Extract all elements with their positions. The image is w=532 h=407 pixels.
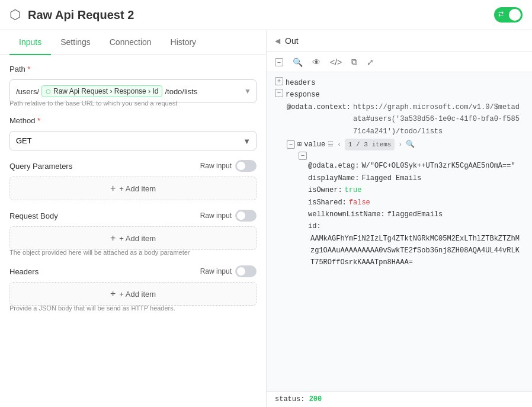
query-params-section: Query Parameters Raw input + + Add item — [9, 160, 257, 200]
expand-icon[interactable]: ⤢ — [364, 56, 376, 68]
tree-row-etag: @odata.etag: W/"OFC+OL0Syk++UTn3zrK5CgAA… — [275, 160, 524, 172]
method-select[interactable]: GETPOSTPUTPATCHDELETE — [9, 131, 257, 150]
app-icon: ⬡ — [9, 7, 21, 23]
headers-header: Headers Raw input — [9, 265, 257, 277]
query-params-label: Query Parameters — [9, 162, 72, 171]
method-label: Method * — [9, 116, 257, 125]
body-plus-icon: + — [110, 233, 116, 243]
prev-item-icon[interactable]: ‹ — [337, 139, 341, 150]
status-key: status: — [275, 395, 305, 403]
etag-key: @odata.etag: — [308, 160, 359, 172]
tab-connection[interactable]: Connection — [100, 30, 161, 55]
tree-row-wellknown: wellknownListName: flaggedEmails — [275, 209, 524, 220]
tabs: Inputs Settings Connection History — [0, 30, 266, 55]
tree-row-value: − ⊞ value ☰ ‹ 1 / 3 items › 🔍 — [275, 137, 524, 152]
method-select-wrapper: GETPOSTPUTPATCHDELETE ▼ — [9, 131, 257, 150]
copy-icon[interactable]: ⧉ — [349, 56, 360, 68]
tab-inputs[interactable]: Inputs — [9, 30, 51, 55]
query-plus-icon: + — [110, 183, 116, 194]
tree-row-isshared: isShared: false — [275, 197, 524, 209]
body-helper: The object provided here will be attache… — [9, 249, 257, 256]
path-field: Path * /users/ ⬡ Raw Api Request › Respo… — [9, 65, 257, 107]
headers-raw-toggle[interactable] — [235, 265, 257, 277]
tree-row-response: − response — [275, 89, 524, 101]
displayname-value: Flagged Emails — [361, 172, 421, 184]
page-title: Raw Api Request 2 — [28, 8, 487, 22]
table-icon: ⊞ — [297, 139, 302, 150]
query-raw-toggle[interactable] — [235, 160, 257, 172]
path-label: Path * — [9, 65, 257, 73]
etag-value: W/"OFC+OL0Syk++UTn3zrK5CgAAE5nOmA==" — [361, 160, 515, 172]
isshared-key: isShared: — [308, 197, 347, 209]
value-key: value — [304, 139, 325, 150]
headers-label: Headers — [9, 267, 39, 276]
path-input[interactable]: /users/ ⬡ Raw Api Request › Response › I… — [9, 79, 257, 103]
body-raw-input: Raw input — [200, 210, 257, 222]
request-body-label: Request Body — [9, 211, 58, 220]
left-panel: Inputs Settings Connection History Path … — [0, 30, 267, 407]
search-icon[interactable]: 🔍 — [290, 56, 305, 68]
value-search-icon[interactable]: 🔍 — [403, 137, 417, 152]
response-collapse-btn[interactable]: − — [275, 89, 283, 97]
tab-settings[interactable]: Settings — [51, 30, 100, 55]
query-raw-input: Raw input — [200, 160, 257, 172]
wellknown-value: flaggedEmails — [387, 209, 443, 220]
json-tree: + headers − response @odata.context: htt… — [267, 72, 532, 391]
path-chip: ⬡ Raw Api Request › Response › Id — [41, 85, 162, 97]
method-field: Method * GETPOSTPUTPATCHDELETE ▼ — [9, 116, 257, 150]
odata-context-key: @odata.context: — [287, 101, 351, 113]
main-content: Inputs Settings Connection History Path … — [0, 30, 532, 407]
code-icon[interactable]: </> — [328, 56, 344, 68]
item-collapse-btn[interactable]: − — [299, 152, 307, 160]
collapse-icon[interactable]: ◀ — [275, 37, 280, 45]
out-label: Out — [285, 36, 524, 46]
displayname-key: displayName: — [308, 172, 359, 184]
query-params-header: Query Parameters Raw input — [9, 160, 257, 172]
isshared-value: false — [349, 197, 370, 209]
tree-row-displayname: displayName: Flagged Emails — [275, 172, 524, 184]
response-key: response — [286, 89, 320, 101]
out-header: ◀ Out — [267, 30, 532, 52]
odata-context-value: https://graph.microsoft.com/v1.0/$metada… — [353, 101, 524, 137]
path-chevron-icon: ▼ — [244, 87, 251, 95]
wellknown-key: wellknownListName: — [308, 209, 385, 220]
body-add-item-button[interactable]: + + Add item — [9, 226, 257, 250]
status-row: status: 200 — [267, 391, 532, 407]
eye-icon[interactable]: 👁 — [310, 56, 323, 68]
headers-add-item-button[interactable]: + + Add item — [9, 282, 257, 306]
chip-icon: ⬡ — [46, 88, 51, 95]
headers-plus-icon: + — [110, 289, 116, 299]
id-key: id: — [308, 220, 321, 232]
path-prefix: /users/ — [16, 87, 39, 96]
headers-expand-btn[interactable]: + — [275, 77, 283, 85]
tree-row-headers: + headers — [275, 77, 524, 89]
right-panel: ◀ Out − 🔍 👁 </> ⧉ ⤢ + headers − respons — [267, 30, 532, 407]
out-toolbar: − 🔍 👁 </> ⧉ ⤢ — [267, 52, 532, 72]
tree-row-id: id: AAMkAGFhYmFiN2IzLTg4ZTktNGRkMC05M2Ex… — [275, 220, 524, 269]
top-bar: ⬡ Raw Api Request 2 ⇄ — [0, 0, 532, 30]
status-value: 200 — [309, 395, 322, 403]
value-collapse-btn[interactable]: − — [287, 140, 295, 149]
request-body-header: Request Body Raw input — [9, 210, 257, 222]
inputs-content: Path * /users/ ⬡ Raw Api Request › Respo… — [0, 55, 266, 321]
path-suffix: /todo/lists — [165, 87, 197, 96]
headers-raw-input: Raw input — [200, 265, 257, 277]
tab-history[interactable]: History — [161, 30, 206, 55]
body-raw-toggle[interactable] — [235, 210, 257, 222]
next-item-icon[interactable]: › — [398, 139, 402, 150]
tree-row-isowner: isOwner: true — [275, 184, 524, 196]
headers-section: Headers Raw input + + Add item Provide a… — [9, 265, 257, 312]
collapse-all-icon[interactable]: − — [275, 58, 283, 66]
items-badge: 1 / 3 items — [345, 139, 395, 151]
isowner-value: true — [345, 184, 362, 196]
headers-key: headers — [286, 77, 315, 89]
headers-helper: Provide a JSON body that will be send as… — [9, 305, 257, 312]
query-add-item-button[interactable]: + + Add item — [9, 177, 257, 200]
isowner-key: isOwner: — [308, 184, 342, 196]
tree-row-odata-context: @odata.context: https://graph.microsoft.… — [275, 101, 524, 137]
request-body-section: Request Body Raw input + + Add item The … — [9, 210, 257, 256]
tree-row-item-collapse: − — [275, 152, 524, 160]
enable-toggle[interactable]: ⇄ — [494, 7, 523, 23]
chip-text: Raw Api Request › Response › Id — [53, 87, 158, 95]
id-value: AAMkAGFhYmFiN2IzLTg4ZTktNGRkMC05M2ExLThl… — [310, 233, 524, 269]
